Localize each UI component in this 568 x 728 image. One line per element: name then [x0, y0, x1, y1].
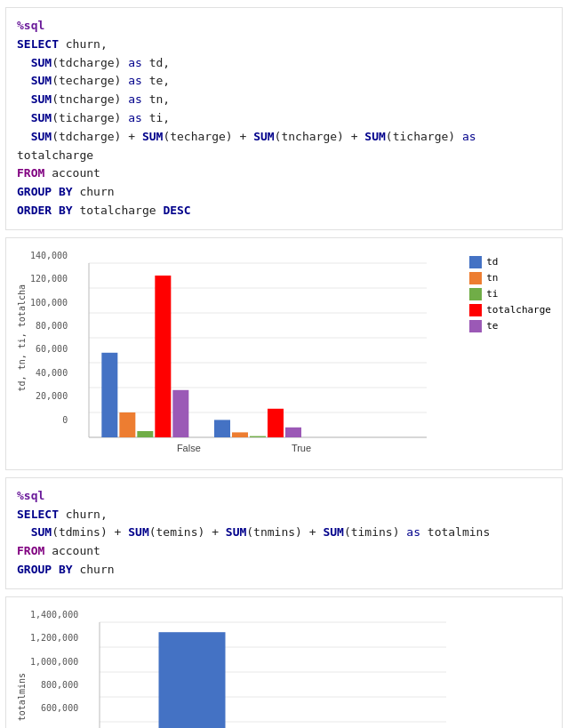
legend-color-box	[469, 272, 482, 284]
sum-fn-te: SUM	[31, 74, 52, 87]
indent	[17, 92, 31, 106]
tdmins: (tdmins) +	[52, 525, 128, 539]
te-alias: te,	[142, 74, 170, 87]
ti-col: (ticharge)	[52, 111, 128, 124]
as-kw-5: as	[462, 130, 476, 143]
sql-line-te: SUM(techarge) as te,	[17, 72, 551, 91]
chart-cell-1: td, tn, ti, totalcha 140,000120,000100,0…	[5, 237, 563, 470]
sql-line-groupby: GROUP BY churn	[17, 183, 551, 202]
as-kw-3: as	[128, 92, 142, 106]
total-col4: (ticharge)	[386, 130, 462, 143]
legend-color-box	[469, 304, 482, 316]
legend-label: ti	[486, 288, 498, 300]
groupby-keyword: GROUP BY	[17, 185, 73, 198]
chart-cell-2: totalmins 1,400,0001,200,0001,000,000800…	[5, 596, 563, 728]
timins: (timins)	[344, 525, 406, 539]
select-keyword: SELECT	[17, 37, 59, 51]
sql-cell-1: %sql SELECT churn, SUM(tdcharge) as td, …	[5, 7, 563, 230]
sum-td: SUM	[31, 525, 52, 539]
orderby-col: totalcharge	[73, 204, 164, 217]
sql-line-from: FROM account	[17, 164, 551, 183]
chart2-y-axis: 1,400,0001,200,0001,000,000800,000600,00…	[30, 610, 82, 728]
sum-ti: SUM	[323, 525, 343, 539]
sum-fn-total4: SUM	[364, 130, 385, 143]
td-col: (tdcharge)	[52, 56, 128, 69]
te-col: (techarge)	[52, 74, 128, 87]
sum-tn: SUM	[226, 525, 246, 539]
legend-label: td	[486, 256, 498, 268]
chart2-left: totalmins 1,400,0001,200,0001,000,000800…	[17, 610, 82, 728]
legend-label: totalcharge	[486, 304, 551, 316]
tn-col: (tncharge)	[52, 92, 128, 106]
legend-label: tn	[486, 272, 498, 284]
select-cols-churn-2: churn,	[66, 508, 108, 521]
magic-command-2: %sql	[17, 487, 551, 506]
sql2-line-select: SELECT churn,	[17, 506, 551, 524]
magic-keyword-1: %sql	[17, 19, 44, 32]
sum-fn-tn: SUM	[31, 92, 52, 106]
chart1-container: td, tn, ti, totalcha 140,000120,000100,0…	[17, 247, 551, 464]
chart1-plot-area	[80, 251, 460, 464]
sum-fn-total2: SUM	[142, 130, 163, 143]
total-col2: (techarge) +	[163, 130, 253, 143]
chart1-y-axis: 140,000120,000100,00080,00060,00040,0002…	[30, 251, 71, 425]
sql-line-total: SUM(tdcharge) + SUM(techarge) + SUM(tnch…	[17, 128, 551, 165]
sql-line-td: SUM(tdcharge) as td,	[17, 54, 551, 73]
totalmins-alias: totalmins	[420, 525, 490, 539]
chart2-y-label: totalmins	[17, 673, 27, 721]
from-table: account	[44, 166, 100, 180]
chart1-canvas	[80, 251, 436, 464]
sum-fn-ti: SUM	[31, 111, 52, 124]
magic-keyword-2: %sql	[17, 489, 44, 502]
sql2-line-groupby: GROUP BY churn	[17, 561, 551, 580]
tnmins: (tnmins) +	[246, 525, 323, 539]
legend-item: tn	[469, 272, 551, 284]
indent	[17, 74, 31, 87]
magic-command-1: %sql	[17, 17, 551, 36]
sql2-line-totalmins: SUM(tdmins) + SUM(temins) + SUM(tnmins) …	[17, 524, 551, 542]
groupby-col-2: churn	[73, 563, 115, 576]
indent	[17, 56, 31, 69]
chart1-left: td, tn, ti, totalcha 140,000120,000100,0…	[17, 251, 71, 425]
total-col1: (tdcharge) +	[52, 130, 142, 143]
total-col3: (tncharge) +	[275, 130, 365, 143]
chart2-container: totalmins 1,400,0001,200,0001,000,000800…	[17, 606, 551, 728]
indent	[17, 111, 31, 124]
groupby-col: churn	[73, 185, 115, 198]
from-table-2: account	[44, 544, 100, 557]
as-kw-2: as	[128, 74, 142, 87]
sql-line-tn: SUM(tncharge) as tn,	[17, 91, 551, 109]
sql2-line-from: FROM account	[17, 542, 551, 561]
indent2	[17, 525, 31, 539]
orderby-keyword: ORDER BY	[17, 204, 73, 217]
sum-te: SUM	[128, 525, 148, 539]
chart2-plot-area	[91, 610, 551, 728]
as-kw-6: as	[406, 525, 420, 539]
tn-alias: tn,	[142, 92, 170, 106]
from-keyword-2: FROM	[17, 544, 44, 557]
as-kw-4: as	[128, 111, 142, 124]
sql-line-orderby: ORDER BY totalcharge DESC	[17, 202, 551, 220]
desc-keyword: DESC	[163, 204, 190, 217]
indent	[17, 130, 31, 143]
sql-cell-2: %sql SELECT churn, SUM(tdmins) + SUM(tem…	[5, 477, 563, 589]
groupby-keyword-2: GROUP BY	[17, 563, 73, 576]
legend-color-box	[469, 320, 482, 332]
from-keyword: FROM	[17, 166, 44, 180]
legend-color-box	[469, 256, 482, 268]
ti-alias: ti,	[142, 111, 170, 124]
as-kw: as	[128, 56, 142, 69]
sql-line-select: SELECT churn,	[17, 36, 551, 54]
legend-item: totalcharge	[469, 304, 551, 316]
td-alias: td,	[142, 56, 170, 69]
chart2-canvas	[91, 610, 464, 728]
sql-line-ti: SUM(ticharge) as ti,	[17, 109, 551, 128]
chart1-y-label: td, tn, ti, totalcha	[17, 284, 27, 391]
select-keyword-2: SELECT	[17, 508, 59, 521]
legend-item: ti	[469, 288, 551, 300]
sum-fn-total1: SUM	[31, 130, 52, 143]
legend-label: te	[486, 320, 498, 332]
chart1-axis-body: 140,000120,000100,00080,00060,00040,0002…	[30, 251, 71, 425]
chart1-legend: tdtntitotalchargete	[469, 251, 551, 332]
legend-item: td	[469, 256, 551, 268]
